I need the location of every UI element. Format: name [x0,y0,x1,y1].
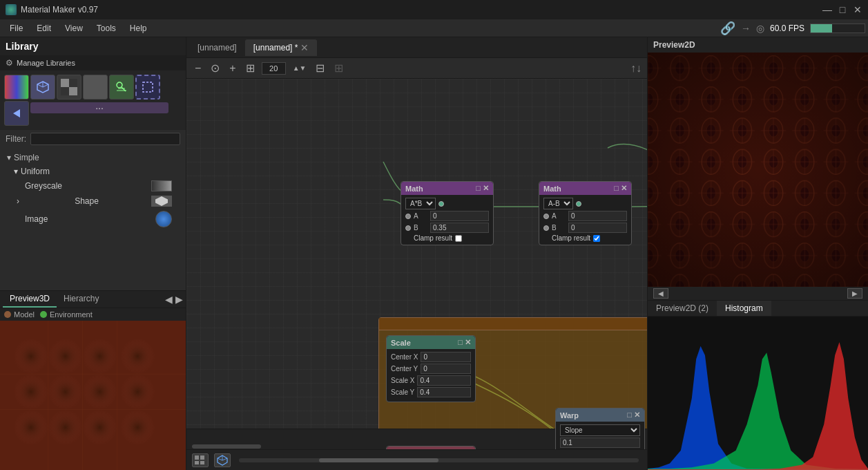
node-math1-valueA[interactable] [430,211,489,221]
tab-unnamed2-close[interactable]: ✕ [300,42,309,53]
node-math1-operation[interactable]: A*B [405,198,436,209]
node-math2-portB[interactable] [543,225,549,231]
menu-tools[interactable]: Tools [90,22,123,35]
minimap-toggle[interactable]: ↑↓ [630,62,642,75]
node-warp1-minimize[interactable]: □ [627,411,632,420]
fit-button[interactable]: ⊞ [243,60,258,76]
link-icon: 🔗 [720,21,735,36]
preview3d-inner: Model Environment [0,308,186,470]
node-math2-operation[interactable]: A-B [543,198,573,209]
node-warp1[interactable]: Warp □ ✕ Slope [555,408,645,449]
preview2d-nav-next[interactable]: ▶ [847,288,862,299]
node-colorize1[interactable]: Colorize □ ✕ ⬡ [386,446,476,449]
svg-point-27 [120,410,155,445]
tree-item-image[interactable]: Image [0,209,186,229]
tab-unnamed2[interactable]: [unnamed] * ✕ [245,39,318,56]
svg-point-25 [120,339,155,374]
node-colorize1-minimize[interactable]: □ [458,449,463,449]
maximize-button[interactable]: □ [838,5,847,15]
node-math1-portA[interactable] [405,214,411,219]
node-math2-clamp-check[interactable] [593,235,600,242]
node-warp1-mode-select[interactable]: Slope [560,424,640,436]
view-full-button[interactable]: ⊙ [208,60,222,76]
canvas-hscrollbar[interactable] [239,458,639,462]
zoom-out-button[interactable]: − [192,61,204,76]
node-math2[interactable]: Math □ ✕ A-B A [539,181,632,245]
node-scale1-minimize[interactable]: □ [458,338,463,347]
tree-item-greyscale[interactable]: Greyscale [0,178,186,194]
subtab-model[interactable]: Model [4,310,35,319]
tree-item-shape[interactable]: › Shape [0,194,186,209]
tree-group-header-simple[interactable]: ▾ Simple [0,151,186,164]
fps-display: 🔗 → ◎ 60.0 FPS [720,21,865,36]
stab-nav-prev[interactable]: ◀ [165,294,173,305]
svg-rect-46 [195,461,199,464]
rtab-preview2d2[interactable]: Preview2D (2) [648,301,717,316]
canvas-cube-icon[interactable] [214,453,231,467]
node-math1-clamp-check[interactable] [455,235,462,242]
svg-rect-47 [200,461,204,464]
node-math2-close[interactable]: ✕ [621,184,627,193]
scale1-scaleX-value[interactable] [417,375,471,386]
node-math1-close[interactable]: ✕ [483,184,489,193]
scale1-centerX-value[interactable] [421,352,471,362]
scale1-scaleY-value[interactable] [417,387,471,397]
node-warp1-controls: □ ✕ [627,411,640,420]
node-math1[interactable]: Math □ ✕ A*B A [401,181,494,245]
node-math2-portA[interactable] [543,214,549,219]
minimap-button[interactable]: ⊟ [313,60,327,76]
node-math2-body: A-B A B Clamp result [539,195,631,245]
scale1-centerY-value[interactable] [421,364,471,374]
menu-help[interactable]: Help [123,22,154,35]
node-math1-minimize[interactable]: □ [476,184,481,193]
node-warp1-value1[interactable] [560,438,640,448]
node-math2-output[interactable] [576,201,581,207]
node-scale1-centerY: Center Y [391,364,471,374]
node-math1-portB[interactable] [405,225,411,231]
lib-icon-arrow[interactable] [4,101,29,126]
minimize-button[interactable]: — [822,5,832,15]
manage-libraries-label[interactable]: Manage Libraries [17,59,75,67]
zoom-in-button[interactable]: + [226,61,238,76]
tree-group-simple-children: ▾ Uniform Greyscale › Shape [0,164,186,229]
stab-nav-next[interactable]: ▶ [175,294,183,305]
lib-icon-more[interactable]: ··· [30,102,168,113]
tab-preview3d[interactable]: Preview3D [3,291,57,308]
node-scale1[interactable]: Scale □ ✕ Center X Center Y [386,335,476,402]
close-button[interactable]: ✕ [853,5,862,15]
lib-icon-select[interactable] [135,75,160,100]
lib-icon-filter[interactable] [109,75,134,100]
rtab-histogram[interactable]: Histogram [717,301,771,316]
svg-line-50 [218,458,222,460]
menu-edit[interactable]: Edit [30,22,58,35]
canvas-grid-icon[interactable] [192,453,209,467]
tree-subgroup-uniform[interactable]: ▾ Uniform [0,164,186,178]
node-math2-valueA[interactable] [568,211,627,221]
right-bottom-panel: Preview2D (2) Histogram [648,300,868,470]
lib-icon-gradient[interactable] [4,75,29,100]
lib-icon-cube[interactable] [30,75,55,100]
node-canvas[interactable]: Math □ ✕ A*B A [186,79,647,449]
filter-input[interactable] [30,133,180,145]
menu-view[interactable]: View [58,22,90,35]
lib-icon-checker[interactable] [57,75,81,100]
node-math2-valueB[interactable] [568,223,627,233]
svg-rect-5 [69,87,77,95]
preview2d-nav-prev[interactable]: ◀ [653,288,668,299]
node-math1-valueB[interactable] [430,223,489,233]
stab-nav: ◀ ▶ [165,294,183,305]
node-math2-minimize[interactable]: □ [614,184,619,193]
lib-icon-noise[interactable] [83,75,108,100]
node-math2-title: Math [543,185,561,193]
canvas-hscroll[interactable] [192,444,261,449]
subtab-environment[interactable]: Environment [40,310,93,319]
tab-unnamed1[interactable]: [unnamed] [189,40,245,55]
zoom-up-button[interactable]: ▲▼ [290,63,309,73]
node-colorize1-close[interactable]: ✕ [465,449,471,449]
node-math1-output[interactable] [438,201,444,207]
library-tab[interactable]: Library [6,41,38,52]
node-warp1-close[interactable]: ✕ [634,411,640,420]
tab-hierarchy[interactable]: Hierarchy [57,291,106,308]
node-scale1-close[interactable]: ✕ [465,338,471,347]
menu-file[interactable]: File [3,22,30,35]
